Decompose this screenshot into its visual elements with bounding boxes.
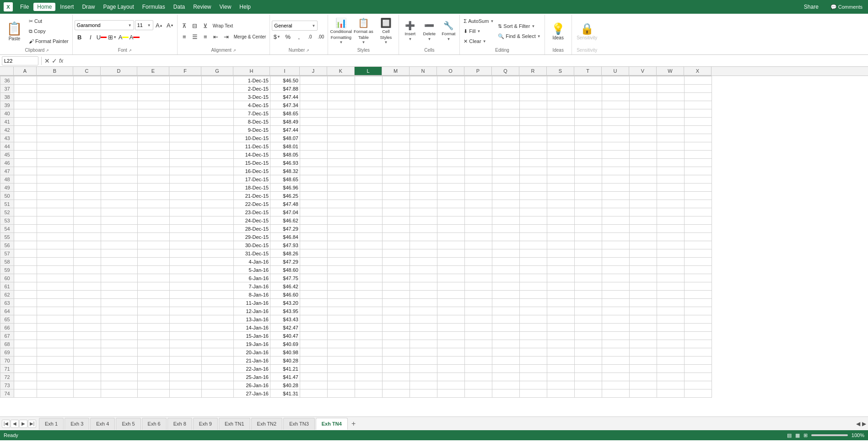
cell-h43[interactable]: 10-Dec-15	[234, 134, 270, 142]
cell-b64[interactable]	[37, 307, 74, 315]
cell-o64[interactable]	[437, 307, 465, 315]
cell-g60[interactable]	[202, 274, 234, 282]
cell-f65[interactable]	[170, 315, 202, 324]
cell-o60[interactable]	[437, 274, 465, 282]
cell-f58[interactable]	[170, 258, 202, 266]
cell-k40[interactable]	[328, 109, 355, 118]
cell-u68[interactable]	[602, 340, 630, 348]
cell-r63[interactable]	[520, 299, 547, 307]
cell-e36[interactable]	[138, 76, 170, 85]
cell-h74[interactable]: 27-Jan-16	[234, 389, 270, 398]
cell-n42[interactable]	[410, 126, 437, 134]
cell-g46[interactable]	[202, 159, 234, 167]
cell-p58[interactable]	[465, 258, 492, 266]
cell-e68[interactable]	[138, 340, 170, 348]
cell-p64[interactable]	[465, 307, 492, 315]
cell-k57[interactable]	[328, 249, 355, 258]
cell-x70[interactable]	[685, 357, 712, 365]
cell-a37[interactable]	[14, 85, 37, 93]
cell-l44[interactable]	[355, 142, 383, 151]
cell-e67[interactable]	[138, 332, 170, 340]
cell-w38[interactable]	[657, 93, 685, 101]
cell-g61[interactable]	[202, 282, 234, 291]
cell-a40[interactable]	[14, 109, 37, 118]
cell-s48[interactable]	[547, 175, 575, 184]
cell-s61[interactable]	[547, 282, 575, 291]
cell-x47[interactable]	[685, 167, 712, 175]
cell-v47[interactable]	[630, 167, 657, 175]
cell-u48[interactable]	[602, 175, 630, 184]
cell-k49[interactable]	[328, 184, 355, 192]
cell-a49[interactable]	[14, 184, 37, 192]
cell-n41[interactable]	[410, 118, 437, 126]
col-header-i[interactable]: I	[270, 67, 300, 76]
cell-g55[interactable]	[202, 233, 234, 241]
cell-v70[interactable]	[630, 357, 657, 365]
decrease-decimal-button[interactable]: .00	[316, 32, 326, 42]
cell-f73[interactable]	[170, 381, 202, 389]
cell-k38[interactable]	[328, 93, 355, 101]
cell-a63[interactable]	[14, 299, 37, 307]
cell-x50[interactable]	[685, 192, 712, 200]
cell-x61[interactable]	[685, 282, 712, 291]
cell-m36[interactable]	[383, 76, 410, 85]
cell-h41[interactable]: 8-Dec-15	[234, 118, 270, 126]
cell-s55[interactable]	[547, 233, 575, 241]
cell-c55[interactable]	[74, 233, 101, 241]
cell-p46[interactable]	[465, 159, 492, 167]
cell-l70[interactable]	[355, 357, 383, 365]
cell-p41[interactable]	[465, 118, 492, 126]
cell-e61[interactable]	[138, 282, 170, 291]
cell-c65[interactable]	[74, 315, 101, 324]
cell-m39[interactable]	[383, 101, 410, 109]
cell-u59[interactable]	[602, 266, 630, 274]
cell-u54[interactable]	[602, 225, 630, 233]
cell-l68[interactable]	[355, 340, 383, 348]
cell-o68[interactable]	[437, 340, 465, 348]
cell-l53[interactable]	[355, 216, 383, 225]
cell-n48[interactable]	[410, 175, 437, 184]
cell-a72[interactable]	[14, 373, 37, 381]
cell-p49[interactable]	[465, 184, 492, 192]
cell-t60[interactable]	[575, 274, 602, 282]
cell-w40[interactable]	[657, 109, 685, 118]
cell-a64[interactable]	[14, 307, 37, 315]
cell-o48[interactable]	[437, 175, 465, 184]
cell-s49[interactable]	[547, 184, 575, 192]
cell-q68[interactable]	[492, 340, 520, 348]
cell-t62[interactable]	[575, 291, 602, 299]
col-header-k[interactable]: K	[327, 67, 355, 76]
cell-k45[interactable]	[328, 151, 355, 159]
cell-g71[interactable]	[202, 365, 234, 373]
cell-v71[interactable]	[630, 365, 657, 373]
cell-d70[interactable]	[101, 357, 138, 365]
cell-p59[interactable]	[465, 266, 492, 274]
cell-t61[interactable]	[575, 282, 602, 291]
cell-g38[interactable]	[202, 93, 234, 101]
cell-r61[interactable]	[520, 282, 547, 291]
cell-v74[interactable]	[630, 389, 657, 398]
cell-g37[interactable]	[202, 85, 234, 93]
cell-m40[interactable]	[383, 109, 410, 118]
cell-l51[interactable]	[355, 200, 383, 208]
cell-f54[interactable]	[170, 225, 202, 233]
cell-r69[interactable]	[520, 348, 547, 357]
cell-r53[interactable]	[520, 216, 547, 225]
cell-l36[interactable]	[355, 76, 383, 85]
cell-b39[interactable]	[37, 101, 74, 109]
row-number[interactable]: 70	[0, 357, 14, 365]
cell-e48[interactable]	[138, 175, 170, 184]
cell-o57[interactable]	[437, 249, 465, 258]
cell-i39[interactable]: $47.34	[270, 101, 300, 109]
cell-n52[interactable]	[410, 208, 437, 216]
cell-e53[interactable]	[138, 216, 170, 225]
row-number[interactable]: 65	[0, 315, 14, 324]
italic-button[interactable]: I	[86, 32, 96, 42]
cell-v44[interactable]	[630, 142, 657, 151]
cell-q71[interactable]	[492, 365, 520, 373]
cell-b68[interactable]	[37, 340, 74, 348]
cell-w71[interactable]	[657, 365, 685, 373]
cell-g74[interactable]	[202, 389, 234, 398]
cell-g48[interactable]	[202, 175, 234, 184]
cell-d64[interactable]	[101, 307, 138, 315]
